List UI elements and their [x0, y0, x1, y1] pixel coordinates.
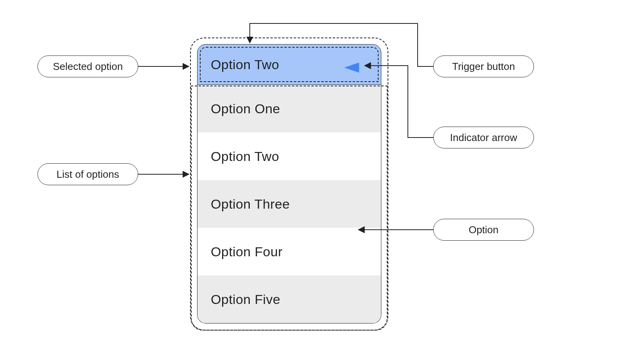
- trigger-button[interactable]: Option Two: [197, 44, 381, 85]
- option-item[interactable]: Option Five: [197, 275, 381, 323]
- callout-trigger-button: Trigger button: [433, 55, 534, 77]
- dropdown-component: Option Two Option One Option Two Option …: [197, 44, 381, 323]
- option-item[interactable]: Option Four: [197, 228, 381, 275]
- option-label: Option Five: [211, 292, 280, 307]
- options-list[interactable]: Option One Option Two Option Three Optio…: [197, 85, 381, 323]
- option-item[interactable]: Option One: [197, 85, 381, 132]
- option-label: Option Three: [211, 197, 290, 212]
- diagram-canvas: Option Two Option One Option Two Option …: [0, 0, 644, 361]
- callout-option: Option: [433, 219, 534, 241]
- option-label: Option Two: [211, 149, 279, 164]
- callout-selected-option: Selected option: [37, 55, 138, 77]
- option-item[interactable]: Option Two: [197, 132, 381, 180]
- option-label: Option One: [211, 101, 280, 116]
- callout-indicator-arrow: Indicator arrow: [433, 127, 534, 148]
- callout-list-of-options: List of options: [37, 163, 138, 185]
- options-list-wrap: Option One Option Two Option Three Optio…: [197, 85, 381, 323]
- svg-marker-0: [344, 63, 359, 73]
- option-label: Option Four: [211, 244, 283, 259]
- option-item[interactable]: Option Three: [197, 180, 381, 228]
- indicator-arrow-icon: [344, 61, 359, 76]
- selected-option-label: Option Two: [211, 57, 279, 72]
